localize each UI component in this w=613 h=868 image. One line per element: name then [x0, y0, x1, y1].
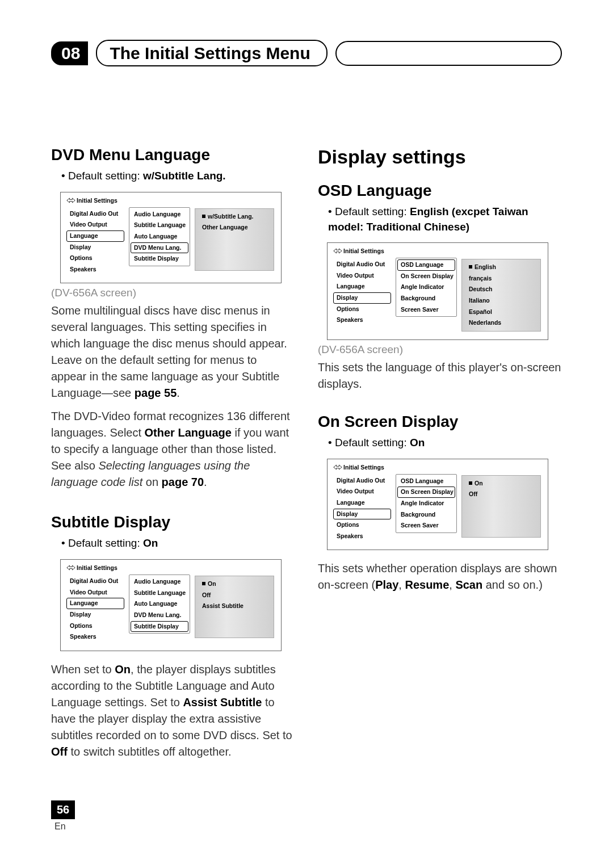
menu-item: Video Output: [333, 486, 391, 497]
heading-osd-language: OSD Language: [318, 182, 562, 200]
option-item: Nederlands: [465, 317, 537, 329]
submenu-item: Background: [397, 509, 455, 521]
menu-item: Options: [66, 253, 124, 264]
option-item: français: [465, 273, 537, 284]
menu-item: Speakers: [66, 264, 124, 275]
option-item: Off: [199, 590, 270, 601]
menu-item: Display: [333, 292, 391, 304]
para-osd: This sets the language of this player's …: [318, 359, 562, 392]
selected-marker-icon: [202, 215, 205, 218]
menu-item: Speakers: [66, 631, 124, 643]
chapter-title: The Initial Settings Menu: [96, 40, 327, 66]
right-column: Display settings OSD Language Default se…: [318, 146, 562, 767]
menu-item: Display: [66, 609, 124, 620]
menu-item: Digital Audio Out: [333, 475, 391, 487]
default-setting-onscreen: Default setting: On: [328, 435, 562, 451]
submenu-item: Screen Saver: [397, 304, 455, 316]
heading-on-screen-display: On Screen Display: [318, 413, 562, 431]
page-footer: 56 En: [51, 800, 75, 832]
menu-item: Options: [333, 304, 391, 315]
language-code: En: [51, 821, 75, 832]
menu-item: Video Output: [66, 219, 124, 230]
para-onscreen: This sets whether operation displays are…: [318, 560, 562, 593]
submenu-item: OSD Language: [397, 259, 455, 271]
default-setting-subtitle: Default setting: On: [61, 536, 295, 551]
menu-item: Display: [66, 242, 124, 253]
option-item: Español: [465, 307, 537, 318]
selected-marker-icon: [202, 582, 205, 585]
screenshot-title: Initial Settings: [77, 197, 117, 204]
header-empty-box: [335, 41, 562, 66]
pointer-icon: [333, 464, 341, 470]
submenu-item: Subtitle Language: [131, 220, 188, 231]
menu-item: Speakers: [333, 531, 391, 542]
menu-item: Digital Audio Out: [66, 208, 124, 220]
option-item: English: [465, 262, 537, 273]
option-item: Assist Subtitle: [199, 601, 270, 612]
option-item: Deutsch: [465, 284, 537, 295]
pointer-icon: [333, 248, 341, 254]
submenu-item: Subtitle Display: [131, 621, 188, 632]
default-setting-dvd-menu: Default setting: w/Subtitle Lang.: [61, 169, 295, 184]
selected-marker-icon: [469, 265, 472, 269]
menu-item: Speakers: [333, 315, 391, 326]
menu-item: Video Output: [333, 270, 391, 282]
caption-dvd-menu: (DV-656A screen): [51, 287, 295, 299]
screenshot-title: Initial Settings: [343, 248, 384, 254]
option-item: Off: [465, 489, 537, 500]
heading-display-settings: Display settings: [318, 146, 562, 168]
submenu-item: DVD Menu Lang.: [131, 610, 188, 621]
submenu-item: Audio Language: [131, 576, 188, 588]
chapter-number: 08: [51, 41, 88, 65]
pointer-icon: [66, 198, 74, 203]
menu-item: Digital Audio Out: [333, 259, 391, 270]
heading-dvd-menu-language: DVD Menu Language: [51, 146, 295, 164]
submenu-item: Screen Saver: [397, 520, 455, 531]
option-item: On: [465, 478, 537, 489]
submenu-item: OSD Language: [397, 476, 455, 487]
pointer-icon: [66, 565, 74, 571]
option-item: Other Language: [199, 222, 270, 233]
screenshot-title: Initial Settings: [343, 464, 384, 471]
menu-item: Options: [66, 620, 124, 632]
menu-item: Video Output: [66, 587, 124, 598]
submenu-item: DVD Menu Lang.: [131, 242, 188, 254]
selected-marker-icon: [469, 481, 472, 485]
caption-osd: (DV-656A screen): [318, 343, 562, 356]
submenu-item: Auto Language: [131, 598, 188, 610]
left-column: DVD Menu Language Default setting: w/Sub…: [51, 146, 295, 767]
submenu-item: Subtitle Display: [131, 253, 188, 265]
submenu-item: On Screen Display: [397, 487, 455, 498]
menu-item: Digital Audio Out: [66, 576, 124, 587]
para-dvd-menu-2: The DVD-Video format recognizes 136 diff…: [51, 408, 295, 490]
screenshot-onscreen: Initial SettingsDigital Audio OutVideo O…: [327, 459, 548, 551]
submenu-item: Angle Indicator: [397, 282, 455, 293]
page-number: 56: [51, 800, 75, 819]
submenu-item: Auto Language: [131, 231, 188, 242]
submenu-item: Angle Indicator: [397, 498, 455, 509]
screenshot-title: Initial Settings: [77, 564, 117, 571]
para-dvd-menu-1: Some multilingual discs have disc menus …: [51, 303, 295, 401]
option-item: Italiano: [465, 295, 537, 307]
heading-subtitle-display: Subtitle Display: [51, 513, 295, 531]
page-header: 08 The Initial Settings Menu: [51, 40, 562, 66]
submenu-item: Audio Language: [131, 209, 188, 220]
menu-item: Language: [333, 281, 391, 292]
submenu-item: Subtitle Language: [131, 588, 188, 599]
submenu-item: Background: [397, 293, 455, 304]
menu-item: Language: [66, 230, 124, 242]
menu-item: Language: [66, 598, 124, 609]
menu-item: Language: [333, 497, 391, 509]
screenshot-osd: Initial SettingsDigital Audio OutVideo O…: [327, 242, 548, 340]
option-item: On: [199, 578, 270, 590]
screenshot-subtitle: Initial SettingsDigital Audio OutVideo O…: [60, 559, 282, 651]
screenshot-dvd-menu: Initial SettingsDigital Audio OutVideo O…: [60, 192, 282, 284]
option-item: w/Subtitle Lang.: [199, 211, 270, 223]
menu-item: Display: [333, 509, 391, 520]
default-setting-osd: Default setting: English (excpet Taiwan …: [328, 204, 562, 234]
menu-item: Options: [333, 519, 391, 531]
para-subtitle: When set to On, the player displays subt…: [51, 661, 295, 760]
submenu-item: On Screen Display: [397, 271, 455, 282]
